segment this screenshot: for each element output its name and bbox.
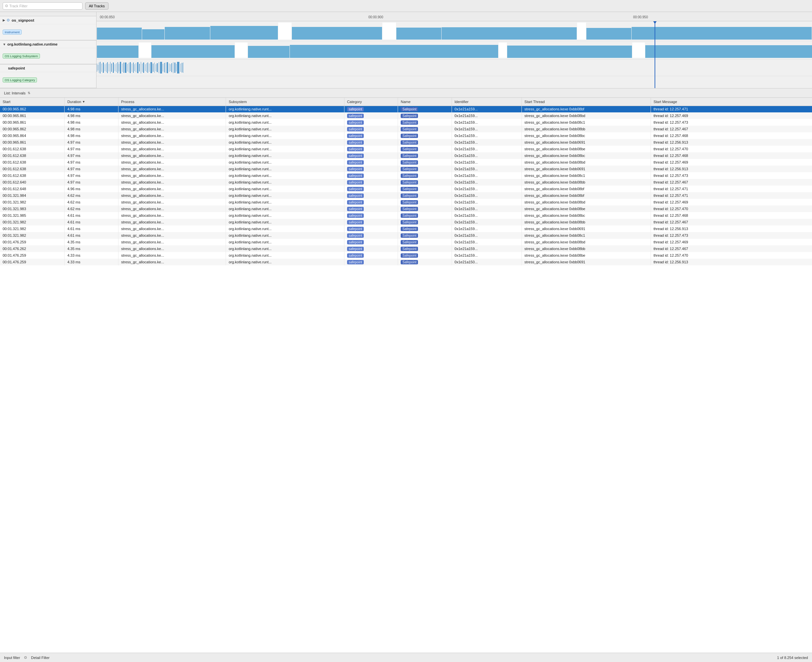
table-row[interactable]: 00:00.965.8644.98 msstress_gc_allocation… — [0, 132, 812, 139]
ruler-tick-2: 00:00.900 — [368, 15, 383, 19]
sp-mark — [105, 64, 105, 71]
cell-category: safepoint — [344, 126, 398, 132]
cell-subsystem: org.kotlinlang.native.runt... — [226, 106, 344, 112]
col-header-duration[interactable]: Duration ▼ — [64, 98, 118, 106]
cell-subsystem: org.kotlinlang.native.runt... — [226, 192, 344, 199]
ruler-tick-3: 00:00.950 — [633, 15, 648, 19]
table-row[interactable]: 00:01.321.9854.61 msstress_gc_allocation… — [0, 212, 812, 219]
cell-name: Safepoint — [398, 186, 452, 192]
table-row[interactable]: 00:01.321.9824.61 msstress_gc_allocation… — [0, 219, 812, 225]
sp-mark — [150, 62, 152, 74]
cell-identifier: 0x1e21a159... — [451, 225, 522, 232]
cell-identifier: 0x1e21a159... — [451, 252, 522, 259]
table-row[interactable]: 00:00.965.8614.98 msstress_gc_allocation… — [0, 119, 812, 126]
cell-name-badge: Safepoint — [401, 227, 418, 231]
table-row[interactable]: 00:00.965.8614.98 msstress_gc_allocation… — [0, 112, 812, 119]
sp-mark — [97, 64, 97, 72]
cell-start: 00:01.612.638 — [0, 172, 64, 179]
cell-category: safepoint — [344, 159, 398, 166]
sp-mark — [177, 62, 179, 73]
table-row[interactable]: 00:01.612.6384.97 msstress_gc_allocation… — [0, 166, 812, 172]
table-row[interactable]: 00:01.612.6404.97 msstress_gc_allocation… — [0, 179, 812, 186]
cell-start-message: thread id: 12.257.471 — [651, 106, 812, 112]
col-header-category[interactable]: Category — [344, 98, 398, 106]
safepoint-marks — [97, 59, 812, 76]
table-scroll[interactable]: Start Duration ▼ Process Subsystem Categ… — [0, 98, 812, 653]
col-header-start-thread[interactable]: Start Thread — [522, 98, 651, 106]
ruler-right: 00:00.850 00:00.900 00:00.950 — [97, 12, 812, 21]
cell-category-badge: safepoint — [347, 240, 364, 244]
cell-process: stress_gc_allocations.ke... — [118, 172, 226, 179]
sp-mark — [145, 64, 145, 71]
all-tracks-button[interactable]: All Tracks — [85, 2, 108, 10]
cell-start: 00:00.965.862 — [0, 126, 64, 132]
table-row[interactable]: 00:00.965.8624.98 msstress_gc_allocation… — [0, 126, 812, 132]
vol-bar — [248, 46, 290, 58]
table-row[interactable]: 00:01.612.6384.97 msstress_gc_allocation… — [0, 172, 812, 179]
track-subrow-safepoint-badge: OS Logging Category — [0, 72, 96, 88]
cell-start: 00:01.321.983 — [0, 206, 64, 212]
table-row[interactable]: 00:01.476.2594.33 msstress_gc_allocation… — [0, 252, 812, 259]
table-row[interactable]: 00:01.321.9824.61 msstress_gc_allocation… — [0, 225, 812, 232]
track-filter-input[interactable]: ⊙ Track Filter — [3, 2, 82, 10]
table-row[interactable]: 00:01.476.2624.35 msstress_gc_allocation… — [0, 245, 812, 252]
cell-name-badge: Safepoint — [401, 147, 418, 151]
cell-start-message: thread id: 12.257.470 — [651, 206, 812, 212]
col-header-start[interactable]: Start — [0, 98, 64, 106]
cell-category: safepoint — [344, 212, 398, 219]
cell-name: Safepoint — [398, 179, 452, 186]
table-row[interactable]: 00:01.612.6384.97 msstress_gc_allocation… — [0, 159, 812, 166]
cell-subsystem: org.kotlinlang.native.runt... — [226, 239, 344, 245]
cell-start-thread: stress_gc_allocations.kexe 0xbb08bd — [522, 112, 651, 119]
table-row[interactable]: 00:01.476.2594.33 msstress_gc_allocation… — [0, 259, 812, 265]
cell-category-badge: safepoint — [347, 160, 364, 165]
table-row[interactable]: 00:01.321.9844.62 msstress_gc_allocation… — [0, 192, 812, 199]
col-header-identifier[interactable]: Identifier — [451, 98, 522, 106]
cell-identifier: 0x1e21a159... — [451, 192, 522, 199]
cell-start-thread: stress_gc_allocations.kexe 0xbb08bd — [522, 239, 651, 245]
table-row[interactable]: 00:01.612.6384.97 msstress_gc_allocation… — [0, 146, 812, 152]
cell-category: safepoint — [344, 259, 398, 265]
cell-duration: 4.61 ms — [64, 219, 118, 225]
table-row[interactable]: 00:01.612.6484.96 msstress_gc_allocation… — [0, 186, 812, 192]
sp-mark — [142, 64, 142, 72]
cell-subsystem: org.kotlinlang.native.runt... — [226, 252, 344, 259]
cell-start: 00:01.476.259 — [0, 239, 64, 245]
cell-start-thread: stress_gc_allocations.kexe 0xbb0691 — [522, 139, 651, 146]
cell-category: safepoint — [344, 245, 398, 252]
cell-category: safepoint — [344, 219, 398, 225]
table-row[interactable]: 00:00.965.8624.98 msstress_gc_allocation… — [0, 106, 812, 112]
sp-mark — [167, 62, 168, 74]
cell-start-thread: stress_gc_allocations.kexe 0xbb08c1 — [522, 172, 651, 179]
cell-identifier: 0x1e21a159... — [451, 206, 522, 212]
list-header-label: List: Intervals — [4, 91, 26, 95]
cell-subsystem: org.kotlinlang.native.runt... — [226, 152, 344, 159]
cell-process: stress_gc_allocations.ke... — [118, 206, 226, 212]
table-row[interactable]: 00:01.321.9824.62 msstress_gc_allocation… — [0, 199, 812, 206]
cell-subsystem: org.kotlinlang.native.runt... — [226, 225, 344, 232]
cell-subsystem: org.kotlinlang.native.runt... — [226, 186, 344, 192]
table-row[interactable]: 00:01.321.9834.62 msstress_gc_allocation… — [0, 206, 812, 212]
col-header-subsystem[interactable]: Subsystem — [226, 98, 344, 106]
col-header-name[interactable]: Name — [398, 98, 452, 106]
col-header-start-message[interactable]: Start Message — [651, 98, 812, 106]
input-filter-label[interactable]: Input filter — [4, 656, 20, 660]
cell-start-message: thread id: 12.257.467 — [651, 245, 812, 252]
col-header-process[interactable]: Process — [118, 98, 226, 106]
cell-identifier: 0x1e21a159... — [451, 219, 522, 225]
cell-name: Safepoint — [398, 132, 452, 139]
table-row[interactable]: 00:01.612.6384.97 msstress_gc_allocation… — [0, 152, 812, 159]
cell-name-badge: Safepoint — [401, 233, 418, 238]
cell-start-message: thread id: 12.257.471 — [651, 192, 812, 199]
cell-category: safepoint — [344, 132, 398, 139]
table-row[interactable]: 00:01.476.2594.35 msstress_gc_allocation… — [0, 239, 812, 245]
track-subrow-instrument: Instrument — [0, 24, 96, 40]
right-panel: 00:00.850 00:00.900 00:00.950 — [97, 12, 812, 88]
detail-filter-label[interactable]: Detail Filter — [31, 656, 50, 660]
table-row[interactable]: 00:01.321.9824.61 msstress_gc_allocation… — [0, 232, 812, 239]
vol-gap — [577, 22, 586, 40]
sp-mark — [116, 63, 116, 72]
table-row[interactable]: 00:00.965.8614.97 msstress_gc_allocation… — [0, 139, 812, 146]
sp-mark — [163, 64, 163, 72]
cell-name: Safepoint — [398, 146, 452, 152]
